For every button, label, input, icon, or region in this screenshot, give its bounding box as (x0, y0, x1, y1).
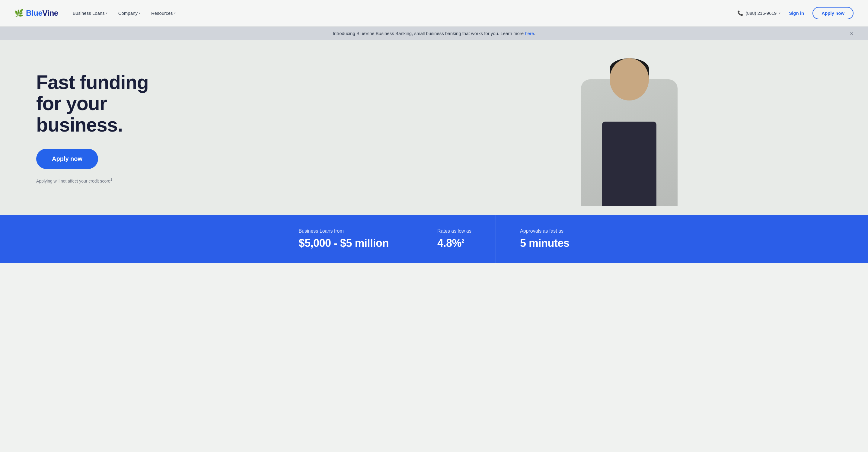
chevron-down-icon: ▾ (106, 11, 107, 15)
person-head (610, 58, 649, 100)
person-body (581, 79, 678, 206)
stats-bar: Business Loans from $5,000 - $5 million … (0, 215, 868, 263)
banner-close-button[interactable]: × (850, 30, 854, 37)
stat-item-rates: Rates as low as 4.8%2 (413, 215, 496, 263)
stat-label-loans: Business Loans from (299, 228, 389, 234)
stat-label-rates: Rates as low as (437, 228, 471, 234)
stat-value-loans: $5,000 - $5 million (299, 237, 389, 250)
logo-text: BlueVine (26, 8, 58, 18)
nav-links: Business Loans ▾ Company ▾ Resources ▾ (73, 10, 176, 16)
nav-item-business-loans[interactable]: Business Loans ▾ (73, 10, 107, 16)
hero-image (391, 40, 868, 215)
banner-learn-more-link[interactable]: here (525, 31, 534, 36)
nav-link-business-loans[interactable]: Business Loans ▾ (73, 10, 107, 16)
banner-text: Introducing BlueVine Business Banking, s… (333, 31, 525, 36)
hero-content: Fast funding for your business. Apply no… (0, 48, 211, 207)
chevron-down-icon: ▾ (139, 11, 140, 15)
announcement-banner: Introducing BlueVine Business Banking, s… (0, 27, 868, 40)
logo[interactable]: 🌿 BlueVine (14, 8, 58, 18)
chevron-down-icon: ▾ (174, 11, 176, 15)
phone-link[interactable]: 📞 (888) 216-9619 ▾ (737, 10, 781, 16)
navbar-right: 📞 (888) 216-9619 ▾ Sign in Apply now (737, 7, 854, 19)
stat-item-loans: Business Loans from $5,000 - $5 million (274, 215, 413, 263)
phone-icon: 📞 (737, 10, 743, 16)
nav-link-company[interactable]: Company ▾ (118, 10, 140, 16)
stat-item-approvals: Approvals as fast as 5 minutes (496, 215, 594, 263)
hero-section: Fast funding for your business. Apply no… (0, 40, 868, 215)
chevron-down-icon: ▾ (779, 11, 780, 15)
navbar: 🌿 BlueVine Business Loans ▾ Company ▾ (0, 0, 868, 27)
bluevine-leaf-icon: 🌿 (14, 9, 24, 18)
hero-person-illustration (566, 49, 693, 206)
nav-item-company[interactable]: Company ▾ (118, 10, 140, 16)
stat-value-rates: 4.8%2 (437, 237, 471, 250)
navbar-left: 🌿 BlueVine Business Loans ▾ Company ▾ (14, 8, 176, 18)
hero-title: Fast funding for your business. (36, 72, 197, 135)
credit-score-disclaimer: Applying will not affect your credit sco… (36, 177, 197, 184)
signin-link[interactable]: Sign in (789, 10, 804, 16)
stat-value-approvals: 5 minutes (520, 237, 569, 250)
nav-item-resources[interactable]: Resources ▾ (151, 10, 176, 16)
person-apron (602, 122, 656, 206)
stat-label-approvals: Approvals as fast as (520, 228, 569, 234)
navbar-apply-button[interactable]: Apply now (812, 7, 854, 19)
nav-link-resources[interactable]: Resources ▾ (151, 10, 176, 16)
hero-apply-button[interactable]: Apply now (36, 149, 98, 169)
